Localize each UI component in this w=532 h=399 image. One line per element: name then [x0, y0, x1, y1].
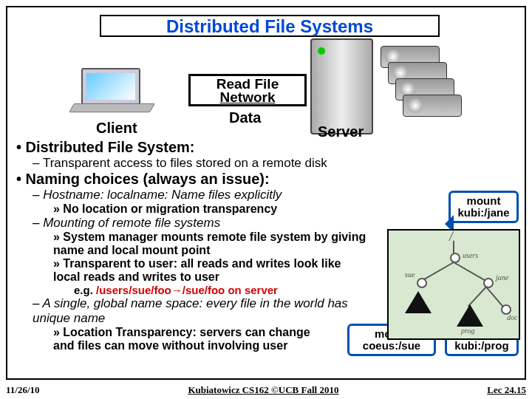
- bullet-2a1: » No location or migration transparency: [53, 202, 371, 216]
- tree-subtree-prog: [457, 304, 483, 327]
- bullet-2b2-eg: e.g. /users/sue/foo→/sue/foo on server: [74, 284, 392, 296]
- tree-label-doc: doc: [507, 313, 517, 321]
- tree-label-jane: jane: [496, 273, 508, 282]
- client-label: Client: [96, 120, 137, 137]
- footer-course: Kubiatowicz CS162 ©UCB Fall 2010: [188, 384, 338, 396]
- bullet-2b2: » Transparent to user: all reads and wri…: [53, 257, 371, 284]
- server-tower-icon: [310, 38, 373, 134]
- bullet-2a: – Hostname: localname: Name files explic…: [33, 188, 350, 202]
- tree-label-prog: prog: [461, 327, 475, 335]
- svg-line-2: [454, 262, 486, 281]
- tree-root: /: [449, 229, 453, 245]
- bullet-2c: – A single, global name space: every fil…: [33, 296, 350, 326]
- bullet-2b: – Mounting of remote file systems: [33, 216, 350, 231]
- bullet-2b1: » System manager mounts remote file syst…: [53, 231, 371, 257]
- footer-date: 11/26/10: [6, 384, 40, 396]
- server-label: Server: [318, 123, 364, 140]
- bullet-1: • Distributed File System:: [16, 139, 516, 156]
- svg-line-3: [468, 287, 486, 306]
- tree-node-users: [450, 253, 460, 263]
- slide-frame: Distributed File Systems Client Read Fil…: [6, 6, 526, 380]
- diagram-area: Client Read File Network Data Server: [74, 38, 473, 134]
- tree-label-users: users: [463, 251, 478, 259]
- slide-title: Distributed File Systems: [100, 15, 440, 37]
- tree-node-sue: [417, 278, 427, 288]
- svg-line-4: [486, 287, 502, 306]
- disk-stack-icon: [381, 46, 462, 127]
- network-box: Read File Network: [188, 74, 307, 106]
- laptop-icon: [74, 68, 163, 127]
- callout-mount-jane: mount kubi:/jane: [449, 191, 519, 223]
- data-label: Data: [229, 109, 261, 126]
- filesystem-tree: / users sue jane prog doc: [387, 229, 520, 340]
- bullet-2c1: » Location Transparency: servers can cha…: [53, 326, 334, 352]
- slide-footer: 11/26/10 Kubiatowicz CS162 ©UCB Fall 201…: [6, 384, 526, 396]
- tree-subtree-sue: [405, 291, 432, 313]
- network-line2: Network: [191, 91, 304, 104]
- bullet-1a: – Transparent access to files stored on …: [33, 156, 516, 171]
- footer-pagenum: Lec 24.15: [487, 384, 526, 396]
- svg-line-1: [421, 262, 454, 281]
- tree-label-sue: sue: [405, 270, 415, 279]
- tree-node-jane: [483, 278, 494, 288]
- bullet-2: • Naming choices (always an issue):: [16, 171, 516, 188]
